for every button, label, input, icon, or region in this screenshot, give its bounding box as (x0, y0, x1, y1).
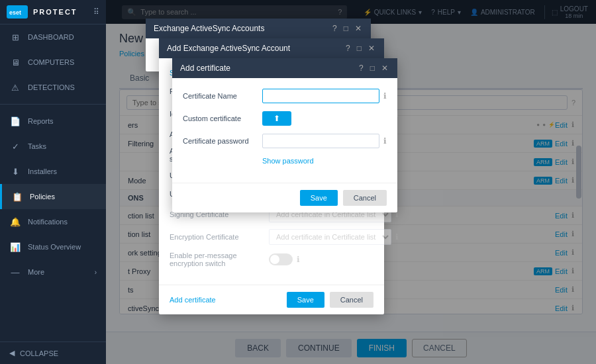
cert-password-row: Certificate password ℹ (183, 134, 387, 148)
dialog-eas-accounts-close-icon[interactable]: ✕ (354, 24, 363, 33)
dialog-add-cert-title: Add certificate (180, 64, 358, 73)
eset-logo: eset (7, 5, 28, 19)
encryption-cert-row: Encryption Certificate Add certificate i… (170, 229, 373, 245)
installers-icon: ⬇ (9, 165, 21, 177)
sidebar-label-status-overview: Status Overview (28, 243, 97, 251)
tasks-icon: ✓ (9, 140, 21, 152)
sidebar-bottom: ◀ COLLAPSE (0, 341, 106, 364)
cert-password-input[interactable] (262, 134, 379, 148)
dialog-eas-accounts-header: Exchange ActiveSync Accounts ? □ ✕ (146, 19, 371, 38)
dashboard-icon: ⊞ (9, 31, 21, 43)
dialog-add-eas-actions: ? □ ✕ (344, 44, 376, 53)
computers-icon: 🖥 (9, 56, 21, 68)
more-icon: — (9, 266, 21, 278)
custom-cert-control: ⬆ (262, 111, 387, 126)
enable-per-message-row: Enable per-message encryption switch ℹ (170, 251, 373, 267)
add-eas-cancel-button[interactable]: Cancel (330, 292, 373, 308)
cert-password-control: ℹ (262, 134, 387, 148)
collapse-button[interactable]: ◀ COLLAPSE (0, 342, 106, 364)
enable-per-message-label: Enable per-message encryption switch (170, 251, 269, 267)
sidebar-label-more: More (28, 268, 95, 276)
enable-per-message-info-icon: ℹ (297, 255, 300, 264)
sidebar-item-detections[interactable]: ⚠ DETECTIONS (0, 75, 106, 100)
dialog-add-cert: Add certificate ? □ ✕ Certificate Name ℹ (172, 58, 397, 212)
apps-grid-icon[interactable]: ⠿ (93, 7, 99, 17)
notifications-icon: 🔔 (9, 216, 21, 228)
dialog-eas-accounts-help-icon[interactable]: ? (331, 24, 338, 33)
enable-per-message-control: ℹ (269, 253, 373, 265)
sidebar-item-more[interactable]: — More › (0, 259, 106, 285)
sidebar-label-policies: Policies (30, 193, 97, 201)
modal-overlay: Exchange ActiveSync Accounts ? □ ✕ Add E… (106, 0, 596, 364)
detections-icon: ⚠ (9, 81, 21, 93)
sidebar-item-reports[interactable]: 📄 Reports (0, 109, 106, 134)
app-protect-label: PROTECT (33, 8, 77, 16)
main-content: 🔍 ? ⚡ QUICK LINKS ▾ ? HELP ▾ 👤 ADMINISTR… (106, 0, 596, 364)
dialog-add-cert-actions: ? □ ✕ (358, 64, 389, 73)
encryption-cert-control: Add certificate in Certificate list ℹ (269, 229, 399, 245)
sidebar-item-notifications[interactable]: 🔔 Notifications (0, 209, 106, 234)
sidebar-item-dashboard[interactable]: ⊞ DASHBOARD (0, 24, 106, 50)
sidebar: eset PROTECT ⠿ ⊞ DASHBOARD 🖥 COMPUTERS ⚠… (0, 0, 106, 364)
sidebar-label-dashboard: DASHBOARD (28, 33, 97, 41)
add-cert-cancel-button[interactable]: Cancel (343, 190, 387, 206)
dialog-eas-accounts-title: Exchange ActiveSync Accounts (154, 24, 331, 33)
add-eas-save-button[interactable]: Save (287, 292, 324, 308)
collapse-label: COLLAPSE (20, 349, 58, 357)
collapse-icon: ◀ (9, 349, 15, 357)
sidebar-item-policies[interactable]: 📋 Policies (0, 184, 106, 209)
upload-icon: ⬆ (273, 114, 280, 123)
dialog-add-cert-body: Certificate Name ℹ Custom certificate ⬆ (172, 78, 397, 183)
cert-password-info-icon: ℹ (383, 136, 387, 146)
encryption-cert-select[interactable]: Add certificate in Certificate list (269, 229, 391, 245)
dialog-add-eas-help-icon[interactable]: ? (344, 44, 352, 53)
dialog-eas-accounts-actions: ? □ ✕ (331, 24, 363, 33)
sidebar-label-tasks: Tasks (28, 142, 97, 150)
cert-name-info-icon: ℹ (383, 91, 387, 101)
dialog-add-cert-close-icon[interactable]: ✕ (380, 64, 389, 73)
dialog-add-eas-footer: Add certificate Save Cancel (159, 285, 384, 314)
add-certificate-link[interactable]: Add certificate (170, 296, 216, 304)
sidebar-label-installers: Installers (28, 167, 97, 175)
add-cert-save-button[interactable]: Save (300, 190, 338, 206)
cert-name-input[interactable] (262, 89, 379, 103)
sidebar-label-detections: DETECTIONS (28, 83, 97, 91)
enable-per-message-toggle[interactable] (269, 253, 293, 265)
sidebar-item-status-overview[interactable]: 📊 Status Overview (0, 234, 106, 259)
dialog-add-cert-footer: Save Cancel (172, 183, 397, 212)
dialog-add-eas-title: Add Exchange ActiveSync Account (167, 44, 344, 53)
cert-name-row: Certificate Name ℹ (183, 89, 387, 103)
cert-name-control: ℹ (262, 89, 387, 103)
sidebar-item-tasks[interactable]: ✓ Tasks (0, 134, 106, 159)
show-password-row: Show password (183, 156, 387, 165)
show-password-link[interactable]: Show password (262, 157, 314, 165)
custom-cert-label: Custom certificate (183, 114, 262, 122)
encryption-cert-info-icon: ℹ (395, 232, 399, 242)
dialog-add-cert-maximize-icon[interactable]: □ (369, 64, 376, 73)
custom-cert-file-toggle[interactable]: ⬆ (262, 111, 291, 126)
cert-name-label: Certificate Name (183, 92, 262, 100)
dialog-add-eas-header: Add Exchange ActiveSync Account ? □ ✕ (159, 38, 384, 58)
policies-icon: 📋 (11, 191, 23, 203)
sidebar-item-installers[interactable]: ⬇ Installers (0, 159, 106, 184)
more-chevron-icon: › (95, 269, 97, 276)
dialog-add-eas-maximize-icon[interactable]: □ (356, 44, 363, 53)
sidebar-label-reports: Reports (28, 117, 97, 125)
cert-password-label: Certificate password (183, 137, 262, 145)
sidebar-label-computers: COMPUTERS (28, 58, 97, 66)
reports-icon: 📄 (9, 115, 21, 127)
sidebar-item-computers[interactable]: 🖥 COMPUTERS (0, 50, 106, 75)
status-overview-icon: 📊 (9, 241, 21, 253)
custom-cert-row: Custom certificate ⬆ (183, 111, 387, 126)
dialog-add-eas-close-icon[interactable]: ✕ (367, 44, 376, 53)
encryption-cert-label: Encryption Certificate (170, 233, 269, 241)
dialog-add-cert-header: Add certificate ? □ ✕ (172, 58, 397, 78)
dialog-eas-accounts-maximize-icon[interactable]: □ (342, 24, 350, 33)
dialog-add-cert-help-icon[interactable]: ? (358, 64, 365, 73)
sidebar-label-notifications: Notifications (28, 218, 97, 226)
svg-text:eset: eset (9, 9, 21, 16)
